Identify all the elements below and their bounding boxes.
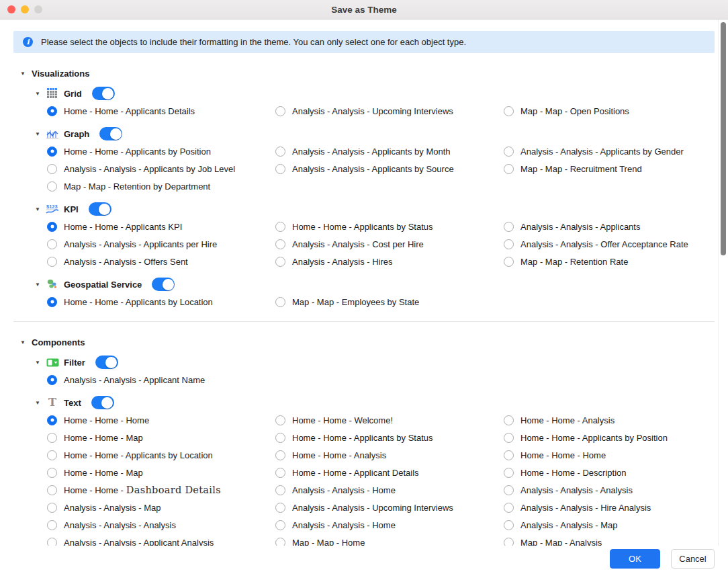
radio-button[interactable]: [275, 415, 285, 425]
radio-option[interactable]: Analysis - Analysis - Applicants by Gend…: [504, 142, 728, 160]
radio-button[interactable]: [504, 257, 514, 267]
radio-option[interactable]: Analysis - Analysis - Home: [275, 516, 504, 534]
radio-option[interactable]: Analysis - Analysis - Upcoming Interview…: [275, 499, 504, 516]
radio-option[interactable]: Map - Map - Retention by Department: [47, 177, 275, 195]
radio-option[interactable]: Analysis - Analysis - Applicants by Sour…: [275, 160, 504, 177]
radio-button[interactable]: [47, 468, 57, 478]
chevron-down-icon[interactable]: ▼: [20, 71, 27, 77]
radio-button[interactable]: [504, 415, 514, 425]
radio-button[interactable]: [275, 106, 285, 116]
radio-button[interactable]: [504, 239, 514, 249]
radio-option[interactable]: Home - Home - Home: [504, 446, 728, 464]
radio-button[interactable]: [47, 375, 57, 385]
radio-button[interactable]: [47, 239, 57, 249]
radio-option[interactable]: Analysis - Analysis - Applicant Analysis: [47, 534, 275, 546]
radio-option[interactable]: Analysis - Analysis - Applicants by Mont…: [275, 142, 504, 160]
radio-button[interactable]: [275, 503, 285, 513]
radio-button[interactable]: [47, 297, 57, 307]
radio-button[interactable]: [275, 433, 285, 443]
geospatial-toggle[interactable]: [152, 278, 175, 291]
grid-toggle[interactable]: [92, 87, 115, 100]
vertical-scrollbar[interactable]: [718, 19, 728, 546]
radio-button[interactable]: [47, 222, 57, 232]
radio-option[interactable]: Home - Home - Applicants by Status: [275, 429, 504, 446]
radio-option[interactable]: Analysis - Analysis - Map: [504, 516, 728, 534]
radio-option[interactable]: Analysis - Analysis - Analysis: [47, 516, 275, 534]
radio-button[interactable]: [504, 503, 514, 513]
radio-option[interactable]: Map - Map - Recruitment Trend: [504, 160, 728, 177]
radio-button[interactable]: [275, 520, 285, 530]
section-visualizations[interactable]: ▼ Visualizations: [20, 68, 728, 79]
radio-button[interactable]: [504, 433, 514, 443]
radio-button[interactable]: [504, 520, 514, 530]
radio-button[interactable]: [504, 106, 514, 116]
radio-button[interactable]: [275, 538, 285, 546]
radio-option[interactable]: Home - Home - Dashboard Details: [47, 481, 275, 499]
radio-button[interactable]: [275, 164, 285, 174]
radio-button[interactable]: [47, 415, 57, 425]
filter-toggle[interactable]: [95, 356, 118, 369]
radio-option[interactable]: Analysis - Analysis - Applicants by Job …: [47, 160, 275, 177]
radio-option[interactable]: Home - Home - Analysis: [275, 446, 504, 464]
radio-button[interactable]: [47, 538, 57, 546]
minimize-window-button[interactable]: [21, 5, 29, 13]
radio-option[interactable]: Analysis - Analysis - Applicants: [504, 218, 728, 235]
radio-option[interactable]: Home - Home - Applicants by Location: [47, 293, 275, 310]
chevron-down-icon[interactable]: ▼: [20, 339, 27, 345]
cancel-button[interactable]: Cancel: [671, 549, 715, 569]
radio-button[interactable]: [504, 485, 514, 495]
radio-option[interactable]: Map - Map - Open Positions: [504, 102, 728, 120]
radio-option[interactable]: Map - Map - Home: [275, 534, 504, 546]
radio-option[interactable]: Analysis - Analysis - Offer Acceptance R…: [504, 235, 728, 253]
chevron-down-icon[interactable]: ▼: [35, 282, 42, 288]
radio-option[interactable]: Home - Home - Welcome!: [275, 411, 504, 429]
radio-option[interactable]: Analysis - Analysis - Analysis: [504, 481, 728, 499]
radio-option[interactable]: Home - Home - Applicants by Status: [275, 218, 504, 235]
radio-option[interactable]: Analysis - Analysis - Hires: [275, 253, 504, 270]
radio-button[interactable]: [47, 485, 57, 495]
scrollbar-thumb[interactable]: [721, 22, 726, 255]
radio-option[interactable]: Home - Home - Applicants by Location: [47, 446, 275, 464]
radio-button[interactable]: [47, 147, 57, 157]
radio-option[interactable]: Map - Map - Analysis: [504, 534, 728, 546]
chevron-down-icon[interactable]: ▼: [35, 400, 42, 406]
radio-button[interactable]: [47, 164, 57, 174]
chevron-down-icon[interactable]: ▼: [35, 206, 42, 212]
radio-option[interactable]: Home - Home - Applicants Details: [47, 102, 275, 120]
radio-button[interactable]: [275, 222, 285, 232]
chevron-down-icon[interactable]: ▼: [35, 91, 42, 97]
radio-option[interactable]: Analysis - Analysis - Map: [47, 499, 275, 516]
ok-button[interactable]: OK: [610, 549, 660, 569]
radio-button[interactable]: [275, 450, 285, 460]
radio-option[interactable]: Analysis - Analysis - Upcoming Interview…: [275, 102, 504, 120]
radio-button[interactable]: [47, 520, 57, 530]
radio-option[interactable]: Home - Home - Applicants KPI: [47, 218, 275, 235]
section-components[interactable]: ▼ Components: [20, 337, 728, 348]
radio-button[interactable]: [504, 164, 514, 174]
radio-button[interactable]: [275, 485, 285, 495]
radio-option[interactable]: Home - Home - Description: [504, 464, 728, 481]
radio-option[interactable]: Map - Map - Retention Rate: [504, 253, 728, 270]
radio-button[interactable]: [275, 468, 285, 478]
radio-button[interactable]: [504, 468, 514, 478]
radio-button[interactable]: [275, 147, 285, 157]
radio-option[interactable]: Home - Home - Home: [47, 411, 275, 429]
radio-option[interactable]: Analysis - Analysis - Hire Analysis: [504, 499, 728, 516]
radio-option[interactable]: Home - Home - Applicants by Position: [504, 429, 728, 446]
radio-button[interactable]: [504, 222, 514, 232]
radio-option[interactable]: Analysis - Analysis - Offers Sent: [47, 253, 275, 270]
radio-button[interactable]: [504, 538, 514, 546]
chevron-down-icon[interactable]: ▼: [35, 131, 42, 137]
radio-button[interactable]: [275, 239, 285, 249]
radio-button[interactable]: [47, 503, 57, 513]
radio-option[interactable]: Home - Home - Applicant Details: [275, 464, 504, 481]
chevron-down-icon[interactable]: ▼: [35, 360, 42, 366]
radio-button[interactable]: [47, 106, 57, 116]
text-toggle[interactable]: [91, 396, 114, 409]
radio-button[interactable]: [47, 181, 57, 192]
radio-option[interactable]: Home - Home - Analysis: [504, 411, 728, 429]
radio-button[interactable]: [47, 433, 57, 443]
radio-option[interactable]: Map - Map - Employees by State: [275, 293, 504, 310]
radio-option[interactable]: Analysis - Analysis - Applicants per Hir…: [47, 235, 275, 253]
radio-option[interactable]: Home - Home - Applicants by Position: [47, 142, 275, 160]
